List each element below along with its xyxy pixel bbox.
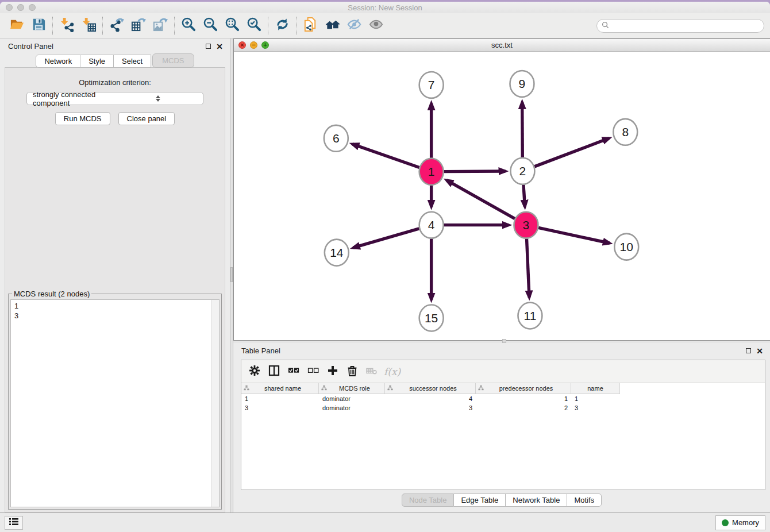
search-input[interactable] [612,22,759,30]
edge-4-to-14[interactable] [353,229,419,248]
run-mcds-button[interactable]: Run MCDS [55,112,110,125]
network-maximize-button[interactable]: + [261,41,269,49]
float-panel-icon[interactable] [206,44,211,49]
table-cell[interactable]: 1 [571,394,620,403]
edge-3-to-10[interactable] [538,228,610,243]
zoom-selected-button[interactable] [243,16,265,36]
graph-node-3[interactable]: 3 [514,212,538,238]
node-label: 15 [425,311,438,325]
import-network-button[interactable] [56,16,78,36]
table-row[interactable]: 3dominator323 [241,403,620,413]
tab-edge-table[interactable]: Edge Table [454,494,506,507]
tab-style[interactable]: Style [80,55,114,68]
close-table-panel-icon[interactable]: ✕ [756,348,763,354]
delete-table-button[interactable] [363,363,380,380]
search-field[interactable] [596,19,764,33]
tab-motifs[interactable]: Motifs [567,494,602,507]
edge-3-to-11[interactable] [527,239,530,298]
edge-2-to-8[interactable] [534,138,609,167]
column-header-shared-name[interactable]: shared name [241,383,319,394]
graph-node-1[interactable]: 1 [419,159,444,185]
close-panel-icon[interactable]: ✕ [216,44,223,49]
table-cell[interactable]: 1 [476,394,571,403]
graph-node-9[interactable]: 9 [510,71,534,97]
mcds-result-text[interactable]: 1 3 [11,300,211,507]
network-graph[interactable]: 7968124314101511 [234,52,770,341]
graph-node-10[interactable]: 10 [614,234,638,260]
edge-1-to-2[interactable] [444,171,506,172]
minimize-window-button[interactable] [17,4,24,11]
task-history-button[interactable] [5,516,23,530]
close-window-button[interactable] [6,4,13,11]
hide-selected-button[interactable] [343,16,365,36]
refresh-network-button[interactable] [271,16,293,36]
mcds-result-title: MCDS result (2 nodes) [12,290,91,298]
network-canvas[interactable]: 7968124314101511 [234,52,770,341]
zoom-fit-button[interactable] [221,16,243,36]
table-cell[interactable]: 4 [385,394,476,403]
column-header-successor-nodes[interactable]: successor nodes [385,383,476,394]
app-window: Session: New Session [0,2,770,532]
graph-node-11[interactable]: 11 [518,303,542,329]
function-builder-button[interactable]: f(x) [384,366,401,377]
gear-icon [249,365,260,379]
canvas-resize-grip[interactable] [502,339,506,343]
graph-node-4[interactable]: 4 [419,212,444,238]
table-settings-button[interactable] [246,363,263,380]
table-cell[interactable]: 3 [385,403,476,413]
table-cell[interactable]: 3 [571,403,620,413]
result-scrollbar[interactable] [211,300,219,507]
duplicate-network-button[interactable] [299,16,321,36]
table-cell[interactable]: 3 [241,403,319,413]
table-panel: Table Panel ✕ [233,343,770,512]
network-minimize-button[interactable]: − [250,41,257,49]
memory-button[interactable]: Memory [715,515,765,530]
edge-2-to-3[interactable] [523,185,525,207]
edge-3-to-1[interactable] [446,180,515,219]
tab-node-table[interactable]: Node Table [402,494,455,507]
edge-2-to-9[interactable] [522,102,523,157]
column-header-MCDS-role[interactable]: MCDS role [319,383,385,394]
tab-network[interactable]: Network [36,55,80,68]
table-cell[interactable]: 1 [241,394,319,403]
zoom-window-button[interactable] [29,4,36,11]
float-table-panel-icon[interactable] [746,348,751,353]
column-header-predecessor-nodes[interactable]: predecessor nodes [476,383,571,394]
add-column-button[interactable] [324,363,341,380]
table-cell[interactable]: dominator [319,403,385,413]
optimization-criterion-select[interactable]: strongly connected component [26,92,203,105]
close-panel-button[interactable]: Close panel [118,112,175,125]
export-image-button[interactable] [149,16,171,36]
first-neighbors-button[interactable] [321,16,343,36]
refresh-icon [275,17,290,34]
table-row[interactable]: 1dominator411 [241,394,620,403]
panel-splitter[interactable] [230,38,233,512]
zoom-in-button[interactable] [178,16,199,36]
graph-node-14[interactable]: 14 [325,240,349,266]
edge-1-to-6[interactable] [352,144,419,168]
graph-node-2[interactable]: 2 [510,158,534,184]
table-cell[interactable]: dominator [319,394,385,403]
save-session-button[interactable] [28,16,49,36]
delete-columns-button[interactable] [344,363,361,380]
network-close-button[interactable]: × [238,41,246,49]
graph-node-15[interactable]: 15 [419,305,444,331]
column-header-name[interactable]: name [571,383,620,394]
graph-node-6[interactable]: 6 [324,125,348,152]
tab-network-table[interactable]: Network Table [506,494,567,507]
graph-node-8[interactable]: 8 [613,119,637,145]
splitter-grip[interactable] [230,267,233,282]
tab-mcds[interactable]: MCDS [152,53,194,68]
export-table-button[interactable] [128,16,149,36]
split-panel-button[interactable] [265,363,283,380]
export-network-button[interactable] [106,16,128,36]
deselect-all-columns-button[interactable] [305,363,322,380]
import-table-button[interactable] [78,16,99,36]
tab-select[interactable]: Select [114,55,151,68]
table-cell[interactable]: 2 [476,403,571,413]
show-all-button[interactable] [365,16,387,36]
select-all-columns-button[interactable] [285,363,302,380]
graph-node-7[interactable]: 7 [419,72,444,98]
open-session-button[interactable] [6,16,28,36]
zoom-out-button[interactable] [199,16,221,36]
